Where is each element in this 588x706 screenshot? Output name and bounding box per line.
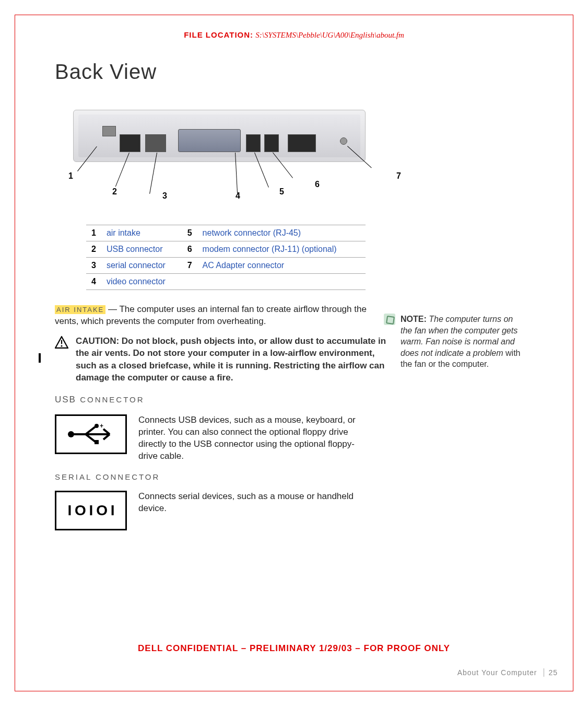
usb-description: Connects USB devices, such as a mouse, k… (138, 414, 363, 462)
port-indicator-shape (340, 137, 347, 145)
margin-note: NOTE: The computer turns on the fan when… (384, 314, 525, 370)
svg-line-4 (86, 427, 95, 434)
file-location-label: FILE LOCATION: (184, 30, 253, 39)
svg-point-5 (95, 424, 99, 428)
table-cell-num: 6 (182, 241, 197, 258)
serial-heading: SERIAL CONNECTOR (55, 472, 533, 481)
file-location: FILE LOCATION: S:\SYSTEMS\Pebble\UG\A00\… (0, 30, 588, 40)
table-cell-link[interactable]: modem connector (RJ-11) (optional) (197, 241, 366, 258)
table-cell-link[interactable]: network connector (RJ-45) (197, 225, 366, 241)
port-air-intake-shape (102, 126, 116, 136)
usb-heading-small: CONNECTOR (76, 395, 145, 404)
serial-connector-row: I O I O I Connects serial devices, such … (55, 491, 533, 530)
caution-triangle-icon (55, 336, 68, 349)
air-intake-label: AIR INTAKE (55, 305, 105, 314)
table-cell-link[interactable]: video connector (101, 274, 182, 290)
port-video-shape (178, 129, 241, 152)
callout-number-1: 1 (68, 171, 73, 181)
svg-text:+: + (100, 423, 103, 430)
usb-heading: USB CONNECTOR (55, 395, 533, 405)
table-cell-num (182, 274, 197, 290)
table-cell-num: 1 (86, 225, 101, 241)
note-icon (384, 314, 395, 325)
footer-separator (544, 668, 544, 677)
port-usb-shape (120, 134, 140, 152)
table-cell-link (197, 274, 366, 290)
port-rj45-shape (246, 134, 261, 152)
callout-number-6: 6 (315, 180, 320, 189)
table-cell-num: 4 (86, 274, 101, 290)
caution-block: CAUTION: Do not block, push objects into… (55, 335, 389, 384)
table-cell-num: 2 (86, 241, 101, 258)
serial-icon: I O I O I (55, 491, 127, 530)
table-cell-num: 3 (86, 258, 101, 274)
serial-description: Connects serial devices, such as a mouse… (138, 491, 363, 530)
callout-number-5: 5 (279, 187, 284, 196)
caution-text: CAUTION: Do not block, push objects into… (76, 335, 389, 384)
table-cell-num: 5 (182, 225, 197, 241)
table-cell-link[interactable]: USB connector (101, 241, 182, 258)
file-location-path: S:\SYSTEMS\Pebble\UG\A00\English\about.f… (255, 31, 404, 39)
page-title: Back View (55, 60, 533, 84)
laptop-back-illustration (73, 110, 366, 162)
confidential-banner: DELL CONFIDENTIAL – PRELIMINARY 1/29/03 … (0, 643, 588, 654)
svg-point-1 (61, 345, 62, 346)
footer-page-number: 25 (548, 668, 558, 677)
revision-bar (39, 353, 41, 363)
callout-table: 1 air intake 5 network connector (RJ-45)… (86, 225, 366, 290)
usb-heading-big: USB (55, 395, 76, 404)
page-footer: About Your Computer 25 (457, 668, 558, 677)
callout-number-3: 3 (162, 191, 167, 201)
note-lead: NOTE: (401, 315, 429, 323)
table-cell-num: 7 (182, 258, 197, 274)
callout-number-7: 7 (396, 171, 401, 181)
svg-line-7 (86, 434, 95, 442)
port-serial-shape (145, 134, 166, 152)
usb-connector-row: + Connects USB devices, such as a mouse,… (55, 414, 533, 462)
table-cell-link[interactable]: air intake (101, 225, 182, 241)
air-intake-dash: — (105, 304, 119, 314)
port-ac-shape (288, 134, 316, 152)
callout-number-2: 2 (112, 187, 117, 196)
svg-rect-8 (95, 440, 99, 444)
back-view-diagram: 1 2 3 4 5 6 7 (65, 110, 399, 214)
callout-number-4: 4 (236, 191, 240, 201)
table-cell-link[interactable]: serial connector (101, 258, 182, 274)
port-rj11-shape (264, 134, 279, 152)
footer-section: About Your Computer (457, 668, 537, 677)
note-text: NOTE: The computer turns on the fan when… (401, 314, 525, 370)
table-cell-link[interactable]: AC Adapter connector (197, 258, 366, 274)
usb-icon: + (55, 414, 127, 454)
air-intake-paragraph: AIR INTAKE — The computer uses an intern… (55, 304, 389, 328)
